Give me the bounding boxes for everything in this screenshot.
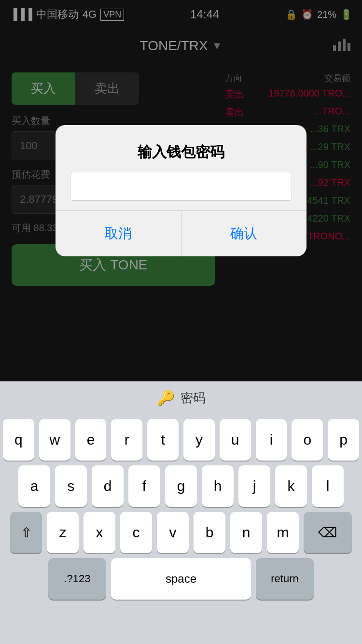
key-m[interactable]: m xyxy=(267,512,299,553)
key-f[interactable]: f xyxy=(128,465,160,507)
modal-title: 输入钱包密码 xyxy=(56,125,306,172)
key-row-2: a s d f g h j k l xyxy=(3,465,359,507)
key-s[interactable]: s xyxy=(55,465,87,507)
confirm-button[interactable]: 确认 xyxy=(181,211,307,256)
key-l[interactable]: l xyxy=(312,465,344,507)
password-modal: 输入钱包密码 取消 确认 xyxy=(56,125,306,256)
key-a[interactable]: a xyxy=(18,465,50,507)
key-n[interactable]: n xyxy=(230,512,262,553)
key-v[interactable]: v xyxy=(157,512,189,553)
key-g[interactable]: g xyxy=(165,465,197,507)
space-key[interactable]: space xyxy=(111,558,251,600)
key-b[interactable]: b xyxy=(194,512,225,553)
key-c[interactable]: c xyxy=(120,512,152,553)
keyboard-area: 🔑 密码 q w e r t y u i o p a s d f g h j k… xyxy=(0,381,362,644)
key-icon: 🔑 xyxy=(157,390,175,406)
modal-input-wrapper xyxy=(56,172,306,210)
key-e[interactable]: e xyxy=(75,419,107,461)
password-input[interactable] xyxy=(70,172,292,201)
key-w[interactable]: w xyxy=(39,419,70,461)
key-row-1: q w e r t y u i o p xyxy=(3,419,359,461)
key-h[interactable]: h xyxy=(202,465,234,507)
modal-buttons: 取消 确认 xyxy=(56,210,306,256)
key-t[interactable]: t xyxy=(147,419,179,461)
shift-key[interactable]: ⇧ xyxy=(10,512,42,553)
key-row-3: ⇧ z x c v b n m ⌫ xyxy=(3,512,359,553)
keyboard-password-bar: 🔑 密码 xyxy=(0,381,362,415)
key-row-4: .?123 space return xyxy=(3,558,359,600)
key-y[interactable]: y xyxy=(183,419,215,461)
key-k[interactable]: k xyxy=(275,465,307,507)
backspace-key[interactable]: ⌫ xyxy=(304,512,352,553)
key-o[interactable]: o xyxy=(292,419,323,461)
key-r[interactable]: r xyxy=(111,419,142,461)
key-u[interactable]: u xyxy=(220,419,251,461)
key-d[interactable]: d xyxy=(92,465,124,507)
cancel-button[interactable]: 取消 xyxy=(56,211,181,256)
key-z[interactable]: z xyxy=(47,512,79,553)
keyboard-rows: q w e r t y u i o p a s d f g h j k l ⇧ … xyxy=(0,415,362,600)
numbers-key[interactable]: .?123 xyxy=(48,558,106,600)
key-x[interactable]: x xyxy=(84,512,115,553)
modal-overlay: 输入钱包密码 取消 确认 xyxy=(0,0,362,381)
key-q[interactable]: q xyxy=(3,419,34,461)
key-i[interactable]: i xyxy=(256,419,287,461)
return-key[interactable]: return xyxy=(256,558,314,600)
password-bar-label: 密码 xyxy=(181,390,206,406)
key-p[interactable]: p xyxy=(328,419,359,461)
key-j[interactable]: j xyxy=(238,465,270,507)
